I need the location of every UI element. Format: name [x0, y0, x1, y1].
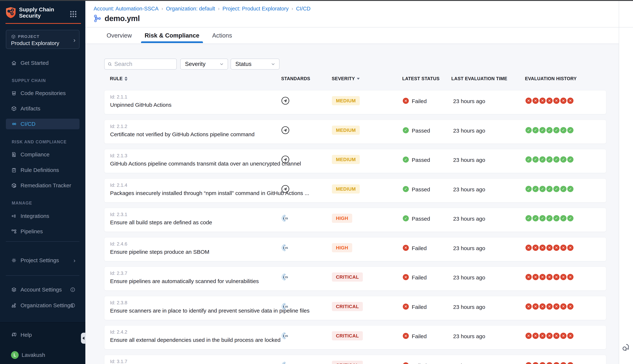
- rule-name: Ensure pipeline steps produce an SBOM: [110, 249, 209, 255]
- column-header-rule[interactable]: RULE: [110, 76, 128, 81]
- evaluation-history: ✓✓✓✓✓✓✓: [526, 215, 574, 221]
- clipboard-check-icon: [11, 167, 17, 173]
- history-pass-icon: ✓: [560, 127, 566, 133]
- sort-desc-icon: [357, 78, 360, 80]
- column-header-last-evaluation-time: LAST EVALUATION TIME: [451, 76, 507, 81]
- code-repository-icon: [11, 90, 17, 96]
- owasp-standard-icon: [281, 96, 290, 105]
- sidebar-divider: [6, 276, 80, 276]
- tab-actions[interactable]: Actions: [212, 32, 232, 39]
- table-row[interactable]: Id: 2.4.6 Ensure pipeline steps produce …: [104, 237, 606, 261]
- status-text: Passed: [412, 216, 430, 222]
- sidebar-item-project-settings[interactable]: Project Settings ›: [6, 255, 80, 266]
- sidebar-item-integrations[interactable]: Integrations: [6, 211, 80, 221]
- cis-standard-icon: CIS: [281, 214, 290, 222]
- table-row[interactable]: Id: 2.3.8 Ensure scanners are in place t…: [104, 296, 606, 320]
- history-fail-icon: ✕: [526, 333, 532, 339]
- history-fail-icon: ✕: [532, 304, 539, 310]
- artifact-box-icon: [11, 106, 17, 112]
- history-fail-icon: ✕: [560, 304, 566, 310]
- sidebar-item-organization-settings[interactable]: Organization Settings: [6, 300, 80, 311]
- sidebar-collapse-handle[interactable]: [81, 333, 86, 344]
- table-row[interactable]: Id: 2.3.1 Ensure all build steps are def…: [104, 208, 606, 232]
- sidebar-item-rule-definitions[interactable]: Rule Definitions: [6, 165, 80, 176]
- history-pass-icon: ✓: [546, 127, 552, 133]
- breadcrumb-account[interactable]: Account: Automation-SSCA: [94, 6, 158, 12]
- app-grid-icon[interactable]: [70, 11, 76, 17]
- search-input[interactable]: [114, 61, 174, 68]
- svg-text:CIS: CIS: [283, 276, 288, 279]
- history-fail-icon: ✕: [553, 304, 560, 310]
- sidebar-item-get-started[interactable]: Get Started: [6, 58, 80, 68]
- integrations-icon: [11, 213, 17, 219]
- section-label-supply-chain: SUPPLY CHAIN: [12, 78, 46, 83]
- history-fail-icon: ✕: [532, 244, 539, 251]
- table-row[interactable]: Id: 3.1.7 CIS CRITICAL ✕ Failed 23 hours…: [104, 355, 606, 364]
- column-header-severity[interactable]: SEVERITY: [332, 76, 360, 81]
- tab-overview[interactable]: Overview: [106, 32, 132, 39]
- last-evaluation-time: 23 hours ago: [453, 333, 485, 340]
- cis-standard-icon: CIS: [281, 361, 290, 364]
- table-row[interactable]: Id: 2.1.4 Packages insecurely installed …: [104, 178, 606, 202]
- history-fail-icon: ✕: [526, 244, 532, 251]
- app-logo[interactable]: Supply Chain Security: [6, 6, 54, 19]
- history-fail-icon: ✕: [553, 98, 560, 104]
- evaluation-history: ✓✓✓✓✓✓✓: [526, 186, 574, 192]
- evaluation-history: ✕✕✕✕✕✕✕: [526, 98, 574, 104]
- shield-logo-icon: [6, 7, 16, 18]
- app-title: Supply Chain Security: [19, 6, 54, 19]
- sidebar-divider: [6, 241, 80, 242]
- severity-filter-dropdown[interactable]: Severity: [180, 58, 228, 70]
- rule-id: Id: 2.1.4: [110, 182, 127, 188]
- table-row[interactable]: Id: 2.3.7 Ensure pipelines are automatic…: [104, 266, 606, 290]
- project-cube-icon: [11, 34, 16, 39]
- rule-name: Certificate not verified by GitHub Actio…: [110, 131, 254, 138]
- breadcrumb-organization[interactable]: Organization: default: [166, 6, 215, 12]
- history-pass-icon: ✓: [526, 156, 532, 162]
- history-fail-icon: ✕: [532, 98, 539, 104]
- status-filter-dropdown[interactable]: Status: [230, 58, 280, 70]
- sidebar-item-cicd[interactable]: CI/CD: [6, 119, 80, 129]
- table-row[interactable]: Id: 2.1.1 Unpinned GitHub Actions CIS ME…: [104, 90, 606, 114]
- failed-icon: ✕: [403, 333, 409, 339]
- user-menu[interactable]: L Lavakush: [6, 350, 80, 360]
- severity-badge: CRITICAL: [332, 302, 363, 311]
- severity-badge: MEDIUM: [332, 155, 360, 164]
- search-box: [104, 58, 177, 70]
- history-fail-icon: ✕: [532, 333, 539, 339]
- sidebar-item-remediation-tracker[interactable]: Remediation Tracker: [6, 180, 80, 191]
- history-fail-icon: ✕: [560, 333, 566, 339]
- sidebar-item-artifacts[interactable]: Artifacts: [6, 103, 80, 114]
- project-selector[interactable]: PROJECT Product Exploratory ›: [6, 30, 80, 49]
- history-pass-icon: ✓: [567, 215, 574, 221]
- severity-badge: MEDIUM: [332, 126, 360, 135]
- table-row[interactable]: Id: 2.1.3 GitHub Actions pipeline comman…: [104, 149, 606, 173]
- breadcrumb-project[interactable]: Project: Product Exploratory: [222, 6, 289, 12]
- history-fail-icon: ✕: [540, 333, 546, 339]
- last-evaluation-time: 23 hours ago: [453, 216, 485, 222]
- status-text: Failed: [412, 363, 427, 364]
- scroll-gutter[interactable]: [619, 1, 633, 364]
- tab-risk-and-compliance[interactable]: Risk & Compliance: [144, 32, 200, 39]
- support-chat-icon[interactable]: [621, 343, 631, 352]
- history-fail-icon: ✕: [546, 98, 552, 104]
- rule-name: Ensure all external dependencies used in…: [110, 337, 280, 343]
- rule-id: Id: 2.4.6: [110, 241, 127, 247]
- sidebar-item-compliance[interactable]: Compliance: [6, 149, 80, 160]
- history-pass-icon: ✓: [567, 127, 574, 133]
- breadcrumb-cicd[interactable]: CI/CD: [296, 6, 310, 12]
- history-fail-icon: ✕: [540, 304, 546, 310]
- cis-standard-icon: CIS: [281, 302, 290, 311]
- status-filter-label: Status: [235, 61, 252, 68]
- sidebar-item-account-settings[interactable]: Account Settings: [6, 284, 80, 295]
- sidebar-item-code-repositories[interactable]: Code Repositories: [6, 88, 80, 98]
- sidebar-item-help[interactable]: Help: [6, 330, 80, 340]
- history-pass-icon: ✓: [553, 186, 560, 192]
- table-row[interactable]: Id: 2.1.2 Certificate not verified by Gi…: [104, 120, 606, 144]
- table-row[interactable]: Id: 2.4.2 Ensure all external dependenci…: [104, 325, 606, 349]
- history-fail-icon: ✕: [553, 244, 560, 251]
- history-fail-icon: ✕: [567, 304, 574, 310]
- owasp-standard-icon: [281, 126, 290, 134]
- status-text: Failed: [412, 245, 427, 252]
- sidebar-item-pipelines[interactable]: Pipelines: [6, 226, 80, 237]
